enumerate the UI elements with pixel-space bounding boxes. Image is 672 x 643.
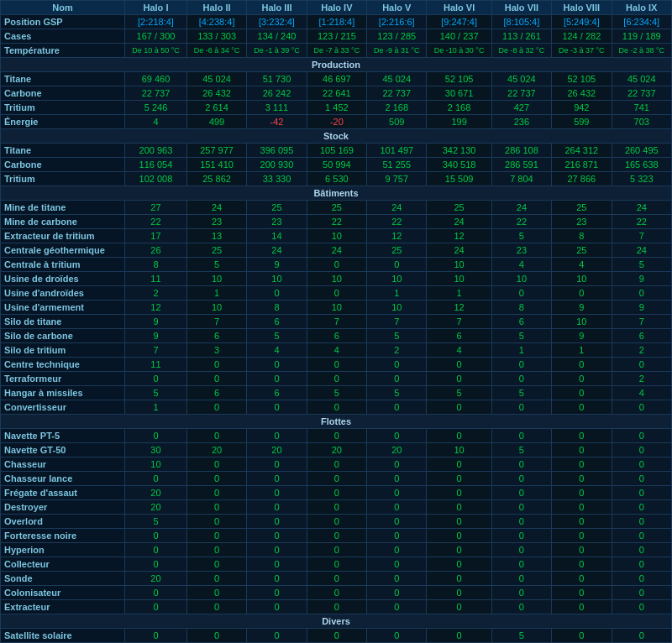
row-label: Navette PT-5 xyxy=(1,429,125,443)
data-cell: De -8 à 32 °C xyxy=(491,44,551,58)
data-cell: 52 105 xyxy=(427,72,491,86)
row-label: Usine d'armement xyxy=(1,301,125,315)
data-cell: 0 xyxy=(125,600,187,614)
row-label: Convertisseur xyxy=(1,400,125,415)
data-cell: 286 591 xyxy=(491,158,551,172)
data-cell: 0 xyxy=(552,386,612,400)
data-cell: 0 xyxy=(491,529,551,543)
data-cell: 6 xyxy=(307,329,366,343)
data-cell: [6:234:4] xyxy=(612,15,671,29)
data-cell: 0 xyxy=(307,372,366,386)
data-cell: 24 xyxy=(247,243,307,258)
table-row: TempératureDe 10 à 50 °CDe -6 à 34 °CDe … xyxy=(1,44,672,58)
data-cell: 0 xyxy=(552,557,612,572)
data-cell: 0 xyxy=(427,586,491,600)
data-cell: 8 xyxy=(552,229,612,243)
data-cell: 5 xyxy=(491,229,551,243)
data-cell: 3 xyxy=(186,343,246,358)
data-cell: 0 xyxy=(491,543,551,557)
row-label: Mine de carbone xyxy=(1,215,125,229)
table-row: Carbone116 054151 410200 93050 99451 255… xyxy=(1,158,672,172)
data-cell: 0 xyxy=(125,529,187,543)
row-label: Silo de titane xyxy=(1,315,125,329)
data-cell: 1 xyxy=(427,286,491,301)
section-header-row: Divers xyxy=(1,614,672,629)
data-cell: 9 xyxy=(552,301,612,315)
data-cell: 123 / 215 xyxy=(307,29,366,44)
data-cell: 0 xyxy=(247,600,307,614)
data-cell: 11 xyxy=(125,358,187,372)
data-cell: 10 xyxy=(552,272,612,286)
table-row: Frégate d'assaut2000000000 xyxy=(1,486,672,500)
row-label: Usine d'androïdes xyxy=(1,286,125,301)
data-cell: 0 xyxy=(367,572,427,586)
data-cell: 23 xyxy=(491,243,551,258)
table-row: Overlord500000000 xyxy=(1,515,672,529)
data-cell: 0 xyxy=(247,372,307,386)
data-cell: 22 641 xyxy=(307,86,366,101)
data-cell: 13 xyxy=(186,229,246,243)
data-cell: 24 xyxy=(427,215,491,229)
data-cell: 1 xyxy=(125,400,187,415)
data-cell: 25 xyxy=(186,243,246,258)
table-row: Centrale géothermique262524242524232524 xyxy=(1,243,672,258)
data-cell: [9:247:4] xyxy=(427,15,491,29)
section-title: Flottes xyxy=(1,415,672,429)
data-cell: 0 xyxy=(367,472,427,486)
data-cell: 0 xyxy=(367,457,427,472)
data-cell: 22 xyxy=(367,215,427,229)
data-cell: 5 xyxy=(247,329,307,343)
data-cell: 9 xyxy=(247,258,307,272)
data-cell: 0 xyxy=(427,529,491,543)
row-label: Collecteur xyxy=(1,557,125,572)
data-cell: 9 xyxy=(125,329,187,343)
data-cell: 5 xyxy=(491,386,551,400)
data-cell: 1 452 xyxy=(307,101,366,115)
halo6-header: Halo VI xyxy=(427,1,491,15)
data-cell: 0 xyxy=(612,358,671,372)
data-cell: 45 024 xyxy=(491,72,551,86)
data-cell: 0 xyxy=(186,629,246,643)
data-cell: 6 xyxy=(186,329,246,343)
data-cell: 17 xyxy=(125,229,187,243)
row-label: Extracteur xyxy=(1,600,125,614)
data-cell: 25 xyxy=(247,201,307,215)
data-cell: 51 730 xyxy=(247,72,307,86)
data-cell: 0 xyxy=(552,529,612,543)
data-cell: De -1 à 39 °C xyxy=(247,44,307,58)
data-cell: 0 xyxy=(247,629,307,643)
table-row: Titane200 963257 977396 095105 169101 49… xyxy=(1,144,672,158)
data-cell: 0 xyxy=(367,258,427,272)
data-cell: 260 495 xyxy=(612,144,671,158)
data-cell: 10 xyxy=(427,272,491,286)
data-cell: 0 xyxy=(247,486,307,500)
data-cell: 0 xyxy=(427,557,491,572)
data-cell: 0 xyxy=(427,429,491,443)
table-row: Navette GT-50302020202010500 xyxy=(1,443,672,457)
data-cell: 5 xyxy=(307,386,366,400)
table-row: Position GSP[2:218:4][4:238:4][3:232:4][… xyxy=(1,15,672,29)
table-row: Chasseur1000000000 xyxy=(1,457,672,472)
data-cell: 22 xyxy=(491,215,551,229)
data-cell: 264 312 xyxy=(552,144,612,158)
data-cell: 7 xyxy=(612,315,671,329)
data-cell: 167 / 300 xyxy=(125,29,187,44)
data-cell: 741 xyxy=(612,101,671,115)
data-cell: 0 xyxy=(125,557,187,572)
data-cell: 0 xyxy=(552,358,612,372)
data-cell: De -10 à 30 °C xyxy=(427,44,491,58)
data-cell: 0 xyxy=(367,515,427,529)
data-cell: 5 xyxy=(367,386,427,400)
data-cell: 0 xyxy=(612,586,671,600)
data-cell: 0 xyxy=(491,486,551,500)
data-cell: 0 xyxy=(186,472,246,486)
data-cell: 45 024 xyxy=(186,72,246,86)
data-cell: 26 432 xyxy=(186,86,246,101)
table-row: Hyperion000000000 xyxy=(1,543,672,557)
nom-header: Nom xyxy=(1,1,125,15)
data-cell: 9 xyxy=(125,315,187,329)
row-label: Centrale géothermique xyxy=(1,243,125,258)
table-row: Usine de droïdes11101010101010109 xyxy=(1,272,672,286)
data-cell: 0 xyxy=(612,457,671,472)
data-cell: 5 246 xyxy=(125,101,187,115)
